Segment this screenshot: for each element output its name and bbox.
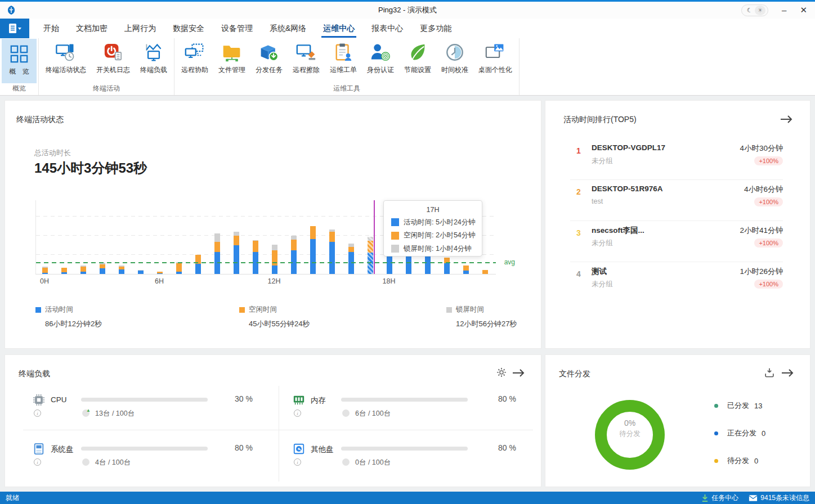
ribbon-button-远程擦除[interactable]: 远程擦除 bbox=[288, 39, 325, 75]
ribbon-button-label: 远程擦除 bbox=[293, 65, 320, 75]
terminal-activity-panel: 终端活动状态 总活动时长 145小时3分钟53秒 avg 0H6H12H18H … bbox=[5, 100, 541, 349]
chart-legend-item-空闲时间[interactable]: 空闲时间45小时55分钟24秒 bbox=[239, 305, 310, 329]
bar-segment bbox=[80, 272, 86, 274]
total-activity-label: 总活动时长 bbox=[34, 148, 71, 158]
chart-bar-15H[interactable] bbox=[329, 230, 335, 274]
tab-设备管理[interactable]: 设备管理 bbox=[213, 19, 261, 38]
file-distribution-panel: 文件分发 0% 待分发 已分发13正在分发0待分发0 bbox=[545, 354, 810, 487]
ribbon-button-开关机日志[interactable]: 开关机日志 bbox=[91, 39, 135, 75]
app-window: Ping32 - 演示模式 ☾ ☀ – ✕ 开始文档加密上网行为数据安全设备管理… bbox=[0, 0, 815, 504]
top5-delta-badge: +100% bbox=[754, 197, 783, 206]
tab-上网行为[interactable]: 上网行为 bbox=[116, 19, 164, 38]
chart-bar-14H[interactable] bbox=[310, 226, 316, 274]
bar-segment bbox=[348, 247, 354, 252]
chart-bar-9H[interactable] bbox=[214, 233, 220, 274]
ribbon-button-运维工单[interactable]: 运维工单 bbox=[325, 39, 362, 75]
app-menu-button[interactable] bbox=[0, 19, 29, 38]
chart-bar-21H[interactable] bbox=[444, 258, 450, 274]
ribbon-button-概览[interactable]: 概 览 bbox=[2, 39, 37, 83]
ribbon-button-远程协助[interactable]: 远程协助 bbox=[176, 39, 213, 75]
dist-legend-label: 正在分发 bbox=[727, 428, 756, 438]
sun-icon[interactable]: ☀ bbox=[755, 6, 765, 15]
load-more-arrow-icon[interactable] bbox=[512, 368, 525, 380]
moon-icon[interactable]: ☾ bbox=[744, 6, 755, 15]
top5-item-2[interactable]: 2DESKTOP-51R976Atest4小时6分钟+100% bbox=[570, 180, 783, 221]
metric-percent: 80 % bbox=[498, 443, 516, 452]
task-center-button[interactable]: 任务中心 bbox=[701, 493, 738, 503]
ribbon-button-终端负载[interactable]: 终端负载 bbox=[135, 39, 172, 75]
chart-bar-4H[interactable] bbox=[119, 266, 124, 274]
ribbon-group-终端活动: 终端活动状态开关机日志终端负载终端活动 bbox=[39, 38, 174, 95]
chart-bar-5H[interactable] bbox=[138, 270, 144, 274]
ribbon-button-桌面个性化[interactable]: 桌面个性化 bbox=[473, 39, 517, 75]
bar-segment bbox=[329, 242, 335, 274]
metric-name: 内存 bbox=[311, 395, 326, 406]
chart-bar-1H[interactable] bbox=[61, 268, 67, 274]
top5-item-3[interactable]: 3nsecsoft李国...未分组2小时41分钟+100% bbox=[570, 221, 783, 262]
chart-bar-0H[interactable] bbox=[42, 267, 48, 274]
top5-rank: 1 bbox=[574, 146, 584, 155]
tab-报表中心[interactable]: 报表中心 bbox=[363, 19, 411, 38]
chart-bar-10H[interactable] bbox=[234, 232, 239, 274]
bar-segment bbox=[368, 237, 373, 241]
tooltip-text: 锁屏时间: 1小时4分钟 bbox=[404, 244, 472, 254]
tab-系统&网络[interactable]: 系统&网络 bbox=[261, 19, 315, 38]
load-settings-gear-icon[interactable] bbox=[496, 367, 507, 380]
window-title: Ping32 - 演示模式 bbox=[378, 2, 437, 19]
chart-bar-11H[interactable] bbox=[253, 240, 258, 274]
close-button[interactable]: ✕ bbox=[800, 2, 807, 19]
ribbon-tabs: 开始文档加密上网行为数据安全设备管理系统&网络运维中心报表中心更多功能 bbox=[35, 19, 460, 38]
dist-download-icon[interactable] bbox=[764, 367, 775, 380]
minimize-button[interactable]: – bbox=[782, 2, 786, 19]
chart-bar-3H[interactable] bbox=[100, 263, 105, 274]
top5-terminal-name: DESKTOP-VGDPL17 bbox=[592, 143, 665, 152]
work-order-icon bbox=[332, 42, 355, 63]
remote-assist-icon bbox=[183, 42, 206, 63]
dist-more-arrow-icon[interactable] bbox=[781, 368, 794, 380]
chart-bar-22H[interactable] bbox=[463, 266, 469, 274]
ribbon-button-label: 开关机日志 bbox=[96, 65, 130, 75]
chart-bar-6H[interactable] bbox=[157, 272, 163, 274]
ribbon-button-时间校准[interactable]: 时间校准 bbox=[436, 39, 473, 75]
ribbon-button-身份认证[interactable]: 身份认证 bbox=[362, 39, 399, 75]
top5-item-4[interactable]: 4测试未分组1小时26分钟+100% bbox=[570, 262, 783, 303]
info-icon[interactable]: i bbox=[34, 458, 41, 466]
chart-bar-23H[interactable] bbox=[482, 270, 488, 274]
dist-legend-item-已分发: 已分发13 bbox=[714, 400, 765, 411]
chart-legend-item-锁屏时间[interactable]: 锁屏时间12小时56分钟27秒 bbox=[446, 305, 517, 329]
monitor-activity-icon bbox=[55, 42, 77, 63]
tab-数据安全[interactable]: 数据安全 bbox=[164, 19, 213, 38]
chart-legend-item-活动时间[interactable]: 活动时间86小时12分钟2秒 bbox=[35, 305, 102, 329]
ribbon-group-概览: 概 览概览 bbox=[0, 38, 39, 95]
metric-count-dot-icon bbox=[82, 458, 89, 466]
ribbon-button-分发任务[interactable]: 分发任务 bbox=[250, 39, 288, 75]
chart-bar-13H[interactable] bbox=[291, 236, 297, 274]
ribbon-button-label: 节能设置 bbox=[404, 65, 431, 75]
tooltip-row: 空闲时间: 2小时54分钟 bbox=[391, 231, 482, 240]
tab-更多功能[interactable]: 更多功能 bbox=[411, 19, 460, 38]
ribbon-button-终端活动状态[interactable]: 终端活动状态 bbox=[41, 39, 91, 75]
info-icon[interactable]: i bbox=[294, 458, 301, 466]
ribbon: 概 览概览终端活动状态开关机日志终端负载终端活动远程协助文件管理分发任务远程擦除… bbox=[0, 38, 815, 96]
top5-item-1[interactable]: 1DESKTOP-VGDPL17未分组4小时30分钟+100% bbox=[570, 139, 783, 180]
ribbon-button-节能设置[interactable]: 节能设置 bbox=[399, 39, 436, 75]
chart-bar-12H[interactable] bbox=[272, 245, 277, 274]
chart-bar-7H[interactable] bbox=[176, 262, 182, 274]
tab-文档加密[interactable]: 文档加密 bbox=[68, 19, 116, 38]
tab-运维中心[interactable]: 运维中心 bbox=[315, 19, 363, 38]
theme-toggle[interactable]: ☾ ☀ bbox=[741, 4, 768, 16]
legend-value: 12小时56分钟27秒 bbox=[456, 319, 517, 329]
tab-开始[interactable]: 开始 bbox=[35, 19, 68, 38]
chart-bar-17H[interactable] bbox=[368, 237, 373, 274]
chart-bar-8H[interactable] bbox=[195, 255, 201, 274]
unread-messages-button[interactable]: 9415条未读信息 bbox=[749, 493, 809, 503]
metric-count: 6台 / 100台 bbox=[355, 409, 391, 418]
overview-grid-icon bbox=[8, 43, 30, 65]
info-icon[interactable]: i bbox=[34, 410, 41, 417]
info-icon[interactable]: i bbox=[294, 410, 301, 417]
chart-bar-16H[interactable] bbox=[348, 244, 354, 274]
ribbon-button-文件管理[interactable]: 文件管理 bbox=[213, 39, 250, 75]
top5-more-arrow-icon[interactable] bbox=[780, 115, 793, 126]
chart-bar-2H[interactable] bbox=[80, 266, 86, 274]
bar-segment bbox=[80, 267, 86, 272]
